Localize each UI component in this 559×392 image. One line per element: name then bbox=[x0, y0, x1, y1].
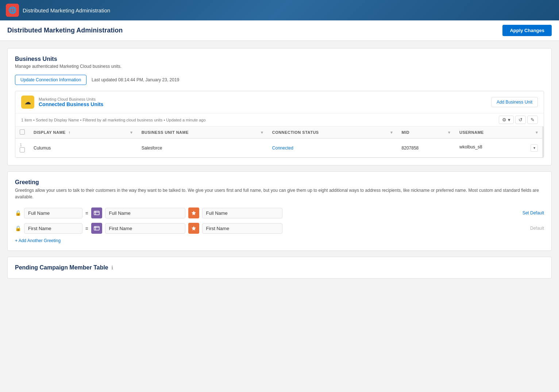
page-header: Distributed Marketing Administration App… bbox=[0, 20, 559, 41]
equals-sign: = bbox=[85, 226, 88, 231]
greeting-field1-input[interactable] bbox=[105, 223, 185, 234]
connection-bar: Update Connection Information Last updat… bbox=[15, 75, 544, 85]
business-units-table-container: DISPLAY NAME ↑ ▾ BUSINESS UNIT NAME ▾ CO… bbox=[15, 127, 544, 158]
filter-icon-mid[interactable]: ▾ bbox=[448, 130, 451, 135]
business-units-table: DISPLAY NAME ↑ ▾ BUSINESS UNIT NAME ▾ CO… bbox=[15, 127, 542, 158]
header-checkbox[interactable] bbox=[20, 129, 25, 135]
cell-username: wkolbus_s8 ▾ bbox=[455, 139, 542, 158]
cell-display-name: Culumus bbox=[29, 139, 137, 158]
page-title: Distributed Marketing Administration bbox=[7, 27, 123, 34]
table-body: 1 Culumus Salesforce Connected 8207858 w… bbox=[15, 139, 542, 158]
cloud-icon: ☁ bbox=[24, 98, 31, 106]
greeting-rows: 🔒 = Set Default 🔒 = bbox=[15, 207, 544, 234]
bu-meta-bar: 1 item • Sorted by Display Name • Filter… bbox=[15, 113, 544, 127]
app-icon: 🌐 bbox=[6, 4, 19, 17]
th-checkbox bbox=[15, 127, 29, 139]
settings-button[interactable]: ⚙ ▾ bbox=[499, 116, 514, 124]
bu-label-text: Marketing Cloud Business Units bbox=[39, 97, 103, 101]
greeting-label-input[interactable] bbox=[24, 208, 82, 218]
greeting-row: 🔒 = Set Default bbox=[15, 207, 544, 218]
app-header: 🌐 Distributed Marketing Administration bbox=[0, 0, 559, 20]
th-mid: MID ▾ bbox=[397, 127, 455, 139]
app-title: Distributed Marketing Administration bbox=[23, 7, 110, 13]
greeting-row: 🔒 = Default bbox=[15, 223, 544, 234]
add-business-unit-button[interactable]: Add Business Unit bbox=[491, 97, 538, 107]
filter-icon-display[interactable]: ▾ bbox=[130, 130, 133, 135]
globe-icon: 🌐 bbox=[8, 6, 16, 14]
default-label: Default bbox=[530, 226, 544, 231]
table-header: DISPLAY NAME ↑ ▾ BUSINESS UNIT NAME ▾ CO… bbox=[15, 127, 542, 139]
last-updated-text: Last updated 08:14:44 PM, January 23, 20… bbox=[92, 77, 179, 82]
bu-labels: Marketing Cloud Business Units Connected… bbox=[39, 97, 103, 107]
table-header-row: DISPLAY NAME ↑ ▾ BUSINESS UNIT NAME ▾ CO… bbox=[15, 127, 542, 139]
greeting-field1-input[interactable] bbox=[105, 208, 185, 218]
lock-icon: 🔒 bbox=[15, 225, 21, 231]
business-units-card: Business Units Manage authenticated Mark… bbox=[7, 48, 552, 166]
pending-campaign-card: Pending Campaign Member Table ℹ bbox=[7, 257, 552, 279]
set-default-link[interactable]: Set Default bbox=[523, 210, 544, 216]
pending-campaign-header: Pending Campaign Member Table ℹ bbox=[15, 264, 544, 271]
greeting-title: Greeting bbox=[15, 179, 544, 186]
cell-bu-name: Salesforce bbox=[137, 139, 268, 158]
table-row: 1 Culumus Salesforce Connected 8207858 w… bbox=[15, 139, 542, 158]
cell-mid: 8207858 bbox=[397, 139, 455, 158]
pending-campaign-title: Pending Campaign Member Table bbox=[15, 264, 108, 271]
greeting-field2-input[interactable] bbox=[202, 208, 282, 218]
add-greeting-link[interactable]: + Add Another Greeting bbox=[15, 238, 544, 243]
row-dropdown[interactable]: ▾ bbox=[531, 144, 538, 152]
bu-panel-header: ☁ Marketing Cloud Business Units Connect… bbox=[15, 91, 544, 113]
th-business-unit-name: BUSINESS UNIT NAME ▾ bbox=[137, 127, 268, 139]
business-units-subtitle: Manage authenticated Marketing Cloud bus… bbox=[15, 64, 544, 69]
th-username: USERNAME ▾ bbox=[455, 127, 542, 139]
business-units-title: Business Units bbox=[15, 56, 544, 62]
cell-status: Connected bbox=[268, 139, 397, 158]
edit-button[interactable]: ✎ bbox=[527, 116, 538, 124]
row-num: 1 bbox=[15, 139, 29, 158]
th-display-name: DISPLAY NAME ↑ ▾ bbox=[29, 127, 137, 139]
filter-icon-status[interactable]: ▾ bbox=[390, 130, 393, 135]
greeting-desc: Greetings allow your users to talk to th… bbox=[15, 187, 544, 200]
bu-meta-actions: ⚙ ▾ ↺ ✎ bbox=[499, 116, 538, 124]
svg-marker-3 bbox=[192, 211, 196, 215]
th-connection-status: CONNECTION STATUS ▾ bbox=[268, 127, 397, 139]
bu-icon: ☁ bbox=[21, 96, 34, 109]
apply-changes-button[interactable]: Apply Changes bbox=[502, 25, 552, 36]
orange-icon bbox=[188, 223, 199, 234]
equals-sign: = bbox=[85, 210, 88, 216]
purple-icon bbox=[91, 207, 102, 218]
svg-rect-0 bbox=[94, 211, 99, 215]
bu-meta-text: 1 item • Sorted by Display Name • Filter… bbox=[21, 118, 206, 122]
main-content: Business Units Manage authenticated Mark… bbox=[0, 41, 559, 286]
row-checkbox[interactable] bbox=[20, 147, 25, 152]
info-icon: ℹ bbox=[111, 265, 113, 271]
svg-marker-7 bbox=[192, 226, 196, 230]
bu-panel-left: ☁ Marketing Cloud Business Units Connect… bbox=[21, 96, 103, 109]
orange-icon bbox=[188, 207, 199, 218]
greeting-card: Greeting Greetings allow your users to t… bbox=[7, 171, 552, 251]
purple-icon bbox=[91, 223, 102, 234]
filter-icon-bu[interactable]: ▾ bbox=[261, 130, 263, 135]
bu-panel: ☁ Marketing Cloud Business Units Connect… bbox=[15, 91, 544, 158]
bu-connected-label: Connected Business Units bbox=[39, 101, 103, 107]
lock-icon: 🔒 bbox=[15, 210, 21, 216]
svg-rect-4 bbox=[94, 226, 99, 230]
greeting-field2-input[interactable] bbox=[202, 223, 282, 234]
greeting-label-input[interactable] bbox=[24, 223, 82, 234]
refresh-button[interactable]: ↺ bbox=[515, 116, 526, 124]
sort-icon: ↑ bbox=[68, 130, 70, 135]
update-connection-button[interactable]: Update Connection Information bbox=[15, 75, 86, 85]
filter-icon-username[interactable]: ▾ bbox=[536, 130, 538, 135]
